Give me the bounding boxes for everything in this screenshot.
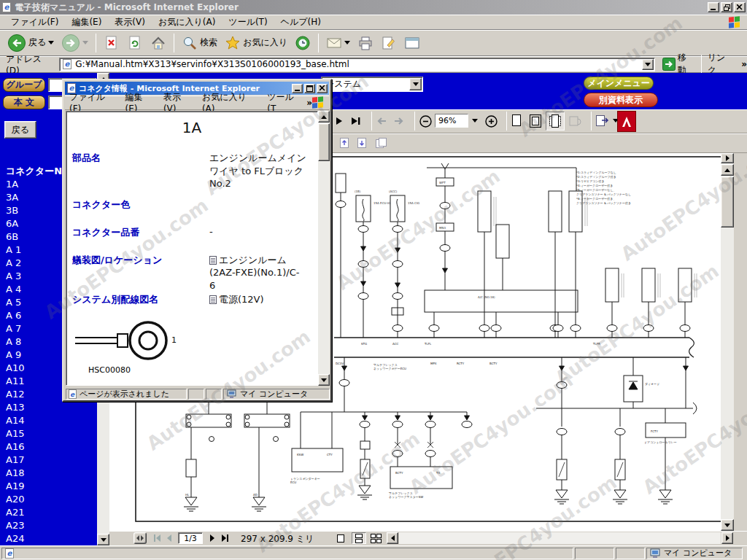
continuous-mode-button[interactable] bbox=[352, 532, 366, 544]
field-location-value3[interactable]: 6 bbox=[209, 280, 215, 291]
adobe-acrobat-icon[interactable] bbox=[617, 111, 636, 132]
connector-list-item[interactable]: A 5 bbox=[6, 296, 24, 309]
connector-list-item[interactable]: 6A bbox=[6, 217, 24, 230]
close-button[interactable] bbox=[734, 2, 746, 12]
single-page-mode-button[interactable] bbox=[334, 532, 347, 544]
edit-button[interactable] bbox=[378, 34, 400, 52]
connector-info-window[interactable]: e コネクタ情報 - Microsoft Internet Explorer フ… bbox=[62, 79, 332, 402]
zoom-in-button[interactable] bbox=[483, 112, 499, 131]
address-input[interactable]: e G:¥Manual.htm¥X313¥servinfo¥X313S01060… bbox=[59, 58, 655, 71]
hscroll-track[interactable] bbox=[399, 532, 721, 544]
sidebar-scroll-down-button[interactable] bbox=[97, 534, 109, 545]
history-button[interactable] bbox=[292, 34, 314, 52]
menu-help[interactable]: ヘルプ(H) bbox=[274, 15, 328, 30]
fit-page-button[interactable] bbox=[527, 112, 544, 131]
menu-tools[interactable]: ツール(T) bbox=[222, 15, 274, 30]
popup-close-button[interactable] bbox=[317, 84, 328, 93]
connector-list-item[interactable]: 3A bbox=[6, 191, 24, 204]
system-select-dropdown-icon[interactable] bbox=[409, 78, 422, 90]
diagram-scrollbar[interactable] bbox=[721, 153, 734, 531]
connector-list-item[interactable]: A20 bbox=[6, 493, 24, 506]
forward-button[interactable] bbox=[58, 32, 91, 54]
mail-button[interactable] bbox=[323, 35, 353, 51]
back-dropdown-icon[interactable] bbox=[48, 41, 54, 44]
popup-scroll-thumb[interactable] bbox=[318, 123, 330, 161]
connector-list-item[interactable]: A18 bbox=[6, 467, 24, 480]
refresh-button[interactable] bbox=[124, 34, 146, 52]
actual-size-button[interactable] bbox=[508, 112, 525, 131]
mail-dropdown-icon[interactable] bbox=[344, 41, 350, 44]
page-number-field[interactable]: 1/3 bbox=[178, 532, 203, 544]
connector-list-item[interactable]: A16 bbox=[6, 440, 24, 454]
popup-scroll-down-button[interactable] bbox=[318, 374, 330, 386]
hscroll-right-button[interactable] bbox=[721, 532, 733, 544]
connector-list-item[interactable]: A11 bbox=[6, 375, 24, 388]
zoom-out-button[interactable] bbox=[417, 112, 433, 131]
links-chevron-icon[interactable]: » bbox=[741, 59, 747, 69]
main-menu-button[interactable]: メインメニュー bbox=[584, 77, 654, 90]
popup-menu-chevron-icon[interactable]: » bbox=[306, 98, 312, 108]
connector-list-item[interactable]: 1A bbox=[6, 178, 24, 191]
favorites-button[interactable]: お気に入り bbox=[222, 34, 290, 52]
facing-mode-button[interactable] bbox=[369, 532, 384, 544]
connector-list-item[interactable]: A 8 bbox=[6, 335, 24, 349]
connector-list-item[interactable]: A21 bbox=[6, 506, 24, 519]
splitter-handle[interactable] bbox=[133, 532, 147, 544]
connector-list-item[interactable]: A10 bbox=[6, 362, 24, 375]
zoom-dropdown-icon[interactable] bbox=[470, 114, 480, 128]
snapshot-pages-icon[interactable] bbox=[374, 136, 390, 150]
connector-list-item[interactable]: A 4 bbox=[6, 283, 24, 296]
field-system-link[interactable]: 電源(12V) bbox=[209, 293, 264, 306]
diagram-scroll-up-button[interactable] bbox=[721, 164, 734, 176]
next-view-button[interactable] bbox=[391, 112, 407, 131]
first-page-button[interactable] bbox=[152, 532, 163, 544]
last-page-button2[interactable] bbox=[219, 532, 231, 544]
connector-list-item[interactable]: A14 bbox=[6, 414, 24, 427]
group-tab-button[interactable]: グループ bbox=[3, 78, 45, 92]
hscroll-left-button[interactable] bbox=[387, 532, 398, 544]
popup-scrollbar[interactable] bbox=[318, 111, 330, 386]
sidebar-back-button[interactable]: 戻る bbox=[4, 121, 36, 139]
diagram-scroll-down-button[interactable] bbox=[721, 519, 734, 531]
prev-page-button[interactable] bbox=[164, 532, 174, 544]
scroll-up-page-button[interactable] bbox=[337, 136, 352, 150]
next-page-button[interactable] bbox=[332, 112, 347, 131]
connector-list-item[interactable]: A 3 bbox=[6, 270, 24, 283]
connector-list-item[interactable]: A24 bbox=[6, 532, 24, 545]
connector-list-item[interactable]: A17 bbox=[6, 454, 24, 467]
connector-list-item[interactable]: A 6 bbox=[6, 309, 24, 322]
menu-edit[interactable]: 編集(E) bbox=[65, 15, 108, 30]
connector-list-item[interactable]: A 9 bbox=[6, 349, 24, 362]
field-location-value2[interactable]: (2AZ-FXE)(No.1)/C- bbox=[209, 267, 299, 278]
print-button[interactable] bbox=[355, 34, 376, 52]
menu-file[interactable]: ファイル(F) bbox=[4, 15, 65, 30]
window-panel-button[interactable] bbox=[401, 34, 423, 52]
connector-list-item[interactable]: A13 bbox=[6, 401, 24, 414]
connector-list-item[interactable]: A15 bbox=[6, 427, 24, 440]
address-dropdown-button[interactable] bbox=[642, 59, 654, 70]
connector-list-item[interactable]: A19 bbox=[6, 480, 24, 493]
search-button[interactable]: 検索 bbox=[179, 34, 220, 52]
popup-scroll-up-button[interactable] bbox=[318, 111, 330, 122]
connector-list-item[interactable]: A 7 bbox=[6, 322, 24, 335]
home-button[interactable] bbox=[147, 34, 169, 52]
fit-width-button[interactable] bbox=[546, 112, 565, 131]
connector-list-item[interactable]: A12 bbox=[6, 388, 24, 401]
panel-toggle-button[interactable] bbox=[721, 153, 734, 163]
connector-list-item[interactable]: A 2 bbox=[6, 257, 24, 270]
diagram-scroll-thumb[interactable] bbox=[721, 176, 734, 228]
restore-button[interactable] bbox=[721, 2, 732, 12]
minimize-button[interactable] bbox=[708, 2, 719, 12]
connector-list-item[interactable]: A23 bbox=[6, 519, 24, 532]
alt-doc-button[interactable]: 別資料表示 bbox=[584, 93, 658, 107]
scroll-down-page-button[interactable] bbox=[355, 136, 369, 150]
menu-view[interactable]: 表示(V) bbox=[108, 15, 152, 30]
zoom-level-field[interactable]: 96% bbox=[435, 114, 468, 128]
body-tab-button[interactable]: 本 文 bbox=[3, 96, 45, 109]
last-page-button[interactable] bbox=[348, 112, 364, 131]
previous-view-button[interactable] bbox=[374, 112, 390, 131]
field-location-link[interactable]: エンジンルーム bbox=[209, 254, 287, 267]
rotate-view-button[interactable] bbox=[566, 112, 584, 131]
stop-button[interactable] bbox=[101, 34, 123, 52]
forward-dropdown-icon[interactable] bbox=[82, 41, 88, 44]
